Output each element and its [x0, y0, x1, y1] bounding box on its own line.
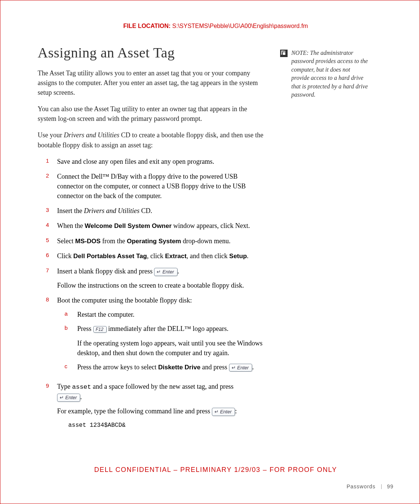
s9-follow: For example, type the following command … — [57, 406, 265, 416]
s9f: : — [235, 407, 237, 415]
substep-b: b Press F12 immediately after the DELL™ … — [65, 324, 265, 357]
step-num-1: 1 — [46, 157, 57, 166]
s5c: from the — [100, 237, 126, 245]
note-text: NOTE: The administrator password provide… — [291, 49, 370, 99]
step-num-6: 6 — [46, 251, 57, 261]
step-num-9: 9 — [46, 382, 57, 430]
step-body-7: Insert a blank floppy disk and press ↵En… — [57, 266, 265, 290]
s5e: drop-down menu. — [181, 237, 230, 245]
sb-follow: If the operating system logo appears, wa… — [77, 338, 265, 358]
enter-key-icon: ↵Enter — [154, 268, 177, 276]
step-body-3: Insert the Drivers and Utilities CD. — [57, 206, 265, 216]
s5b: MS-DOS — [75, 238, 100, 245]
s3c: CD. — [140, 207, 152, 215]
page-title: Assigning an Asset Tag — [38, 44, 265, 61]
footer-page: 99 — [387, 483, 394, 489]
file-location-path: S:\SYSTEMS\Pebble\UG\A00\English\passwor… — [172, 23, 308, 29]
footer-separator — [381, 484, 382, 489]
step-num-5: 5 — [46, 236, 57, 246]
s5d: Operating System — [127, 238, 181, 245]
code-example: asset 1234$ABCD& — [68, 421, 265, 430]
s6g: . — [247, 252, 249, 260]
enter-label-3: Enter — [65, 395, 77, 400]
intro-paragraph-2: You can also use the Asset Tag utility t… — [38, 104, 265, 123]
sub-a-num: a — [65, 310, 77, 319]
step-num-2: 2 — [46, 172, 57, 201]
scd: . — [252, 363, 254, 371]
s8: Boot the computer using the bootable flo… — [57, 297, 192, 304]
s4b: Welcome Dell System Owner — [85, 222, 172, 229]
step-num-7: 7 — [46, 266, 57, 290]
s4c: window appears, click Next. — [172, 222, 250, 229]
f12-key-icon: F12 — [93, 326, 107, 333]
intro-paragraph-3: Use your Drivers and Utilities CD to cre… — [38, 130, 265, 150]
confidential-watermark: DELL CONFIDENTIAL – PRELIMINARY 1/29/03 … — [38, 466, 394, 474]
s6d: Extract — [165, 253, 187, 260]
s7-follow: Follow the instructions on the screen to… — [57, 281, 265, 290]
file-location-header: FILE LOCATION: S:\SYSTEMS\Pebble\UG\A00\… — [38, 23, 394, 29]
s5a: Select — [57, 237, 75, 245]
step-body-2: Connect the Dell™ D/Bay with a floppy dr… — [57, 172, 265, 201]
step-6: 6 Click Dell Portables Asset Tag, click … — [46, 251, 265, 261]
enter-key-icon-2: ↵Enter — [229, 364, 252, 372]
side-column: NOTE: The administrator password provide… — [280, 49, 370, 99]
s6a: Click — [57, 252, 73, 260]
page-footer: Passwords 99 — [347, 483, 394, 489]
step-num-3: 3 — [46, 206, 57, 216]
note-block: NOTE: The administrator password provide… — [280, 49, 370, 99]
step-body-8: Boot the computer using the bootable flo… — [57, 295, 265, 376]
step-body-9: Type asset and a space followed by the n… — [57, 382, 265, 430]
step-body-5: Select MS-DOS from the Operating System … — [57, 236, 265, 246]
scc: and press — [200, 363, 229, 371]
scb: Diskette Drive — [158, 364, 200, 371]
step-body-4: When the Welcome Dell System Owner windo… — [57, 221, 265, 231]
sca: Press the arrow keys to select — [77, 363, 158, 371]
s6c: , click — [147, 252, 165, 260]
file-location-label: FILE LOCATION: — [123, 23, 171, 29]
step-num-8: 8 — [46, 295, 57, 376]
note-body: The administrator password provides acce… — [291, 50, 368, 98]
s6f: Setup — [229, 253, 247, 260]
step-9: 9 Type asset and a space followed by the… — [46, 382, 265, 430]
content-columns: Assigning an Asset Tag The Asset Tag uti… — [38, 44, 394, 435]
f12-label: F12 — [96, 327, 104, 332]
s9e: For example, type the following command … — [57, 407, 212, 415]
s9a: Type — [57, 383, 72, 390]
footer-section: Passwords — [347, 483, 375, 489]
substep-c: c Press the arrow keys to select Diskett… — [65, 362, 265, 372]
note-label: NOTE: — [291, 50, 310, 56]
s7a: Insert a blank floppy disk and press — [57, 267, 154, 275]
s9d: . — [80, 393, 82, 401]
step-8: 8 Boot the computer using the bootable f… — [46, 295, 265, 376]
steps-list: 1 Save and close any open files and exit… — [46, 157, 265, 430]
enter-key-icon-4: ↵Enter — [212, 408, 235, 416]
sub-c-num: c — [65, 362, 77, 372]
sub-a-body: Restart the computer. — [77, 310, 265, 319]
s9c: and a space followed by the new asset ta… — [91, 383, 233, 390]
s7b: . — [178, 267, 179, 275]
sub-c-body: Press the arrow keys to select Diskette … — [77, 362, 265, 372]
enter-key-icon-3: ↵Enter — [57, 394, 80, 402]
s4a: When the — [57, 222, 85, 229]
s3a: Insert the — [57, 207, 84, 215]
s6e: , and then click — [187, 252, 229, 260]
step-num-4: 4 — [46, 221, 57, 231]
substep-a: a Restart the computer. — [65, 310, 265, 319]
s3b: Drivers and Utilities — [84, 207, 140, 215]
sub-b-body: Press F12 immediately after the DELL™ lo… — [77, 324, 265, 357]
intro-paragraph-1: The Asset Tag utility allows you to ente… — [38, 68, 265, 97]
step-7: 7 Insert a blank floppy disk and press ↵… — [46, 266, 265, 290]
intro-3a: Use your — [38, 131, 64, 139]
page: FILE LOCATION: S:\SYSTEMS\Pebble\UG\A00\… — [0, 0, 420, 504]
step-5: 5 Select MS-DOS from the Operating Syste… — [46, 236, 265, 246]
sbb: immediately after the DELL™ logo appears… — [107, 325, 229, 332]
step-2: 2 Connect the Dell™ D/Bay with a floppy … — [46, 172, 265, 201]
main-column: Assigning an Asset Tag The Asset Tag uti… — [38, 44, 265, 435]
sba: Press — [77, 325, 93, 332]
substeps-8: a Restart the computer. b Press F12 imme… — [65, 310, 265, 372]
enter-label-4: Enter — [220, 409, 232, 414]
note-icon — [280, 50, 288, 57]
sub-b-num: b — [65, 324, 77, 357]
step-body-1: Save and close any open files and exit a… — [57, 157, 265, 166]
step-1: 1 Save and close any open files and exit… — [46, 157, 265, 166]
